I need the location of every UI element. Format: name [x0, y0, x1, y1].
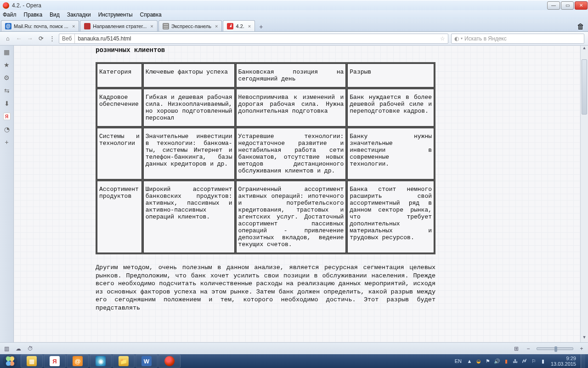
tab-label: 4.2.: [236, 23, 244, 29]
tray-network-icon[interactable]: 🖧: [512, 358, 519, 364]
home-icon[interactable]: ⌂: [4, 34, 12, 43]
menu-tools[interactable]: Инструменты: [98, 12, 133, 18]
tab-strip: @Mail.Ru: почта, поиск ...× Направления …: [0, 19, 588, 32]
cell: Ассортимент продуктов: [97, 181, 142, 253]
panel-links-icon[interactable]: ⇆: [3, 87, 11, 94]
bookmark-star-icon[interactable]: ☆: [437, 35, 448, 42]
opera-logo-icon: [3, 2, 9, 9]
cell: Кадровое обеспечение: [97, 89, 142, 126]
tab-label: Mail.Ru: почта, поиск ...: [14, 23, 68, 29]
panel-bookmarks-icon[interactable]: ▦: [3, 48, 11, 56]
panel-downloads-icon[interactable]: ⬇: [3, 100, 11, 107]
table-row: Системы и технологии Значительные инвест…: [97, 128, 434, 179]
panel-star-icon[interactable]: ★: [3, 61, 11, 69]
close-button[interactable]: ✕: [575, 1, 588, 10]
zoom-fit-icon[interactable]: ⊞: [513, 345, 520, 352]
zoom-slider[interactable]: [537, 347, 573, 350]
taskbar-opera[interactable]: [158, 355, 181, 368]
menu-edit[interactable]: Правка: [24, 12, 43, 18]
window-titlebar: 4.2. - Opera — ▭ ✕: [0, 0, 588, 10]
windows-orb-icon: [4, 355, 16, 367]
scroll-up-icon[interactable]: ▲: [581, 46, 588, 53]
back-icon[interactable]: ←: [15, 34, 23, 43]
clock-date: 13.03.2015: [551, 361, 576, 367]
taskbar-mail[interactable]: @: [67, 355, 89, 368]
cell: Системы и технологии: [97, 128, 142, 179]
menu-view[interactable]: Вид: [50, 12, 60, 18]
sync-icon[interactable]: ☁: [15, 345, 22, 352]
tray-orange-icon[interactable]: ▮: [503, 358, 509, 364]
start-button[interactable]: [0, 354, 20, 368]
taskbar-yandex[interactable]: Я: [44, 355, 66, 368]
menu-help[interactable]: Справка: [140, 12, 162, 18]
header-ksf: Ключевые факторы успеха: [143, 63, 235, 87]
page-icon: [227, 23, 233, 29]
panel-yandex-icon[interactable]: Я: [3, 113, 11, 120]
body-paragraph: Другим методом, очень полезным в данном …: [96, 264, 435, 312]
tray-power-icon[interactable]: 🗲: [521, 358, 528, 364]
header-gap: Разрыв: [347, 63, 434, 87]
tray-wifi-icon[interactable]: ▮: [540, 358, 546, 364]
search-dropdown-icon[interactable]: ▾: [461, 36, 463, 40]
tab-current[interactable]: 4.2.×: [223, 20, 255, 31]
menubar: Файл Правка Вид Закладки Инструменты Спр…: [0, 10, 588, 19]
taskbar-clock[interactable]: 9:29 13.03.2015: [549, 356, 578, 367]
taskbar-app1[interactable]: ◉: [90, 355, 112, 368]
new-tab-button[interactable]: +: [256, 22, 266, 31]
site-icon: [84, 23, 90, 29]
search-placeholder: Искать в Яндекс: [464, 35, 507, 42]
tab-close-icon[interactable]: ×: [215, 23, 218, 29]
maximize-button[interactable]: ▭: [561, 1, 574, 10]
wand-icon[interactable]: ⋮: [48, 34, 56, 43]
cell: Широкий ассортимент банковских продуктов…: [143, 181, 235, 253]
tab-close-icon[interactable]: ×: [150, 23, 153, 29]
scroll-down-icon[interactable]: ▼: [581, 335, 588, 342]
cell: Невосприимчива к изменений и дорогая раб…: [236, 89, 346, 126]
tab-mailru[interactable]: @Mail.Ru: почта, поиск ...×: [1, 20, 79, 31]
header-category: Категория: [97, 63, 142, 87]
cell: Значительные инвестиции в технологии: ба…: [143, 128, 235, 179]
page-content: розничных клиентов Категория Ключевые фа…: [14, 46, 580, 342]
tray-action-icon[interactable]: ⚐: [531, 358, 537, 364]
taskbar-folder[interactable]: 📁: [113, 355, 135, 368]
language-indicator[interactable]: EN: [453, 358, 464, 364]
forward-icon[interactable]: →: [26, 34, 34, 43]
cell: Банк нуждается в более дешевой рабочей с…: [347, 89, 434, 126]
table-row: Ассортимент продуктов Широкий ассортимен…: [97, 181, 434, 253]
protocol-label: Веб: [59, 34, 75, 43]
cell: Банка стоит немного расширить свой ассор…: [347, 181, 434, 253]
panel-settings-icon[interactable]: ⚙: [3, 74, 11, 81]
taskbar-explorer[interactable]: ▦: [21, 355, 43, 368]
panel-toggle-icon[interactable]: ▥: [3, 345, 10, 352]
menu-file[interactable]: Файл: [3, 12, 17, 18]
tab-strategy[interactable]: Направления стратег...×: [80, 20, 157, 31]
zoom-out-icon[interactable]: −: [525, 345, 532, 352]
menu-bookmarks[interactable]: Закладки: [67, 12, 91, 18]
side-panel: ▦ ★ ⚙ ⇆ ⬇ Я ◔ +: [0, 46, 14, 342]
tab-close-icon[interactable]: ×: [72, 23, 75, 29]
taskbar-word[interactable]: W: [136, 355, 158, 368]
panel-history-icon[interactable]: ◔: [3, 126, 11, 133]
minimize-button[interactable]: —: [547, 1, 560, 10]
address-field[interactable]: Веб banauka.ru/5145.html ☆: [59, 34, 448, 44]
vertical-scrollbar[interactable]: ▲ ▼: [580, 46, 588, 342]
zoom-in-icon[interactable]: +: [578, 345, 585, 352]
scroll-thumb[interactable]: [582, 59, 587, 115]
tab-close-icon[interactable]: ×: [248, 23, 251, 29]
turbo-icon[interactable]: ⏱: [27, 345, 34, 352]
clock-time: 9:29: [551, 356, 576, 361]
tab-speeddial[interactable]: Экспресс-панель×: [158, 20, 222, 31]
panel-add-icon[interactable]: +: [3, 138, 11, 146]
tray-shield-icon[interactable]: ◒: [475, 358, 482, 364]
tray-flag-icon[interactable]: ⚑: [485, 358, 491, 364]
windows-taskbar: ▦ Я @ ◉ 📁 W EN ▲ ◒ ⚑ 🔊 ▮ 🖧 🗲 ⚐ ▮ 9:29 13…: [0, 354, 588, 368]
cell: Ограниченный ассортимент активных операц…: [236, 181, 346, 253]
tray-up-icon[interactable]: ▲: [466, 358, 473, 364]
search-field[interactable]: ◐ ▾ Искать в Яндекс: [451, 34, 584, 44]
reload-icon[interactable]: ⟳: [37, 34, 45, 43]
show-desktop-button[interactable]: [581, 354, 585, 368]
browser-statusbar: ▥ ☁ ⏱ ⊞ − +: [0, 342, 588, 354]
trash-tabs-icon[interactable]: 🗑: [576, 22, 585, 31]
tray-volume-icon[interactable]: 🔊: [494, 358, 500, 364]
cell: Гибкая и дешевая рабочая сила. Низкоопла…: [143, 89, 235, 126]
